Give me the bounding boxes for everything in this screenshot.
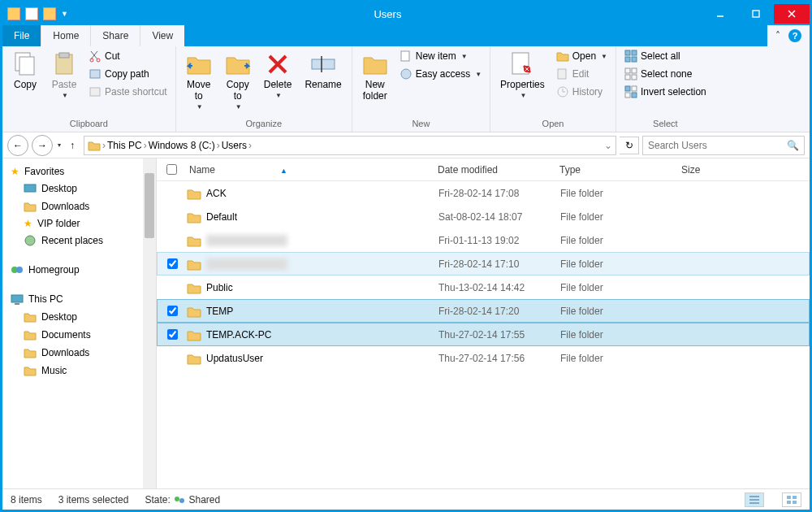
- sidebar-item-desktop[interactable]: Desktop: [2, 180, 156, 197]
- row-name[interactable]: Public: [187, 281, 438, 294]
- breadcrumb[interactable]: › This PC › Windows 8 (C:) › Users › ⌄: [84, 136, 616, 155]
- table-row[interactable]: PublicThu-13-02-14 14:42File folder: [157, 276, 810, 299]
- chevron-right-icon[interactable]: ›: [102, 140, 106, 151]
- svg-rect-18: [401, 51, 409, 61]
- chevron-right-icon[interactable]: ›: [248, 140, 252, 151]
- chevron-right-icon[interactable]: ›: [144, 140, 147, 151]
- select-all-checkbox[interactable]: [157, 164, 186, 175]
- table-row[interactable]: TEMP.ACK-PCThu-27-02-14 17:55File folder: [157, 323, 810, 346]
- table-row[interactable]: ____________Fri-28-02-14 17:10File folde…: [157, 252, 810, 276]
- column-header-name[interactable]: Name▲: [186, 164, 438, 176]
- delete-button[interactable]: Delete▼: [259, 48, 297, 102]
- select-none-button[interactable]: Select none: [621, 66, 710, 82]
- up-button[interactable]: ↑: [64, 137, 80, 154]
- breadcrumb-item[interactable]: Users: [222, 140, 247, 151]
- move-to-button[interactable]: Move to▼: [181, 48, 217, 114]
- select-all-button[interactable]: Select all: [621, 48, 710, 64]
- refresh-button[interactable]: ↻: [620, 137, 639, 154]
- row-name[interactable]: ACK: [187, 187, 438, 200]
- chevron-right-icon[interactable]: ›: [217, 140, 220, 151]
- invert-selection-button[interactable]: Invert selection: [621, 84, 710, 100]
- copy-to-button[interactable]: Copy to▼: [220, 48, 256, 114]
- easy-access-button[interactable]: Easy access▼: [396, 66, 485, 82]
- rename-button[interactable]: Rename: [300, 48, 346, 93]
- maximize-button[interactable]: [738, 4, 774, 24]
- row-type: File folder: [560, 353, 682, 364]
- column-header-type[interactable]: Type: [559, 164, 681, 176]
- file-list[interactable]: ACKFri-28-02-14 17:08File folderDefaultS…: [157, 181, 810, 488]
- statusbar: 8 items 3 items selected State: Shared: [2, 488, 810, 510]
- open-button[interactable]: Open▼: [553, 48, 611, 64]
- row-name[interactable]: TEMP.ACK-PC: [187, 328, 438, 341]
- row-name[interactable]: Default: [187, 210, 438, 223]
- qat-dropdown-icon[interactable]: ▼: [61, 10, 68, 18]
- minimize-button[interactable]: [702, 4, 738, 24]
- column-header-size[interactable]: Size: [681, 164, 738, 176]
- properties-qat-icon[interactable]: [25, 7, 38, 20]
- sidebar-item-recent[interactable]: Recent places: [2, 232, 156, 249]
- sidebar-homegroup[interactable]: Homegroup: [2, 261, 156, 279]
- tab-home[interactable]: Home: [41, 25, 91, 46]
- chevron-down-icon[interactable]: ⌄: [604, 140, 612, 151]
- scrollbar-thumb[interactable]: [145, 173, 154, 238]
- sidebar-item-pc-desktop[interactable]: Desktop: [2, 308, 156, 326]
- paste-button[interactable]: Paste ▼: [46, 48, 82, 102]
- table-row[interactable]: UpdatusUserThu-27-02-14 17:56File folder: [157, 346, 810, 370]
- sidebar-item-pc-documents[interactable]: Documents: [2, 326, 156, 344]
- help-icon[interactable]: ?: [788, 29, 801, 42]
- arrow-left-icon: ←: [13, 140, 23, 151]
- table-row[interactable]: DefaultSat-08-02-14 18:07File folder: [157, 205, 810, 228]
- folder-icon: [187, 328, 201, 341]
- sidebar-scrollbar[interactable]: [143, 158, 156, 488]
- copy-path-button[interactable]: Copy path: [85, 66, 171, 82]
- table-row[interactable]: ACKFri-28-02-14 17:08File folder: [157, 181, 810, 205]
- table-row[interactable]: ________Fri-01-11-13 19:02File folder: [157, 228, 810, 252]
- row-date: Sat-08-02-14 18:07: [438, 211, 560, 223]
- row-name[interactable]: ____________: [187, 258, 438, 271]
- newfolder-qat-icon[interactable]: [43, 7, 56, 20]
- cut-button[interactable]: Cut: [85, 48, 171, 64]
- sidebar-item-pc-downloads[interactable]: Downloads: [2, 344, 156, 362]
- search-box[interactable]: 🔍: [642, 136, 805, 155]
- new-folder-button[interactable]: New folder: [357, 48, 393, 105]
- paste-shortcut-button[interactable]: Paste shortcut: [85, 84, 171, 100]
- folder-icon: [24, 364, 37, 377]
- row-checkbox[interactable]: [158, 306, 187, 316]
- sidebar-thispc[interactable]: This PC: [2, 290, 156, 308]
- collapse-ribbon-icon[interactable]: ˄: [775, 30, 780, 41]
- breadcrumb-item[interactable]: This PC: [107, 140, 142, 151]
- svg-point-19: [401, 69, 411, 79]
- chevron-down-icon: ▼: [197, 103, 203, 111]
- forward-button[interactable]: →: [32, 135, 53, 156]
- column-header-date[interactable]: Date modified: [438, 164, 559, 176]
- tab-file[interactable]: File: [2, 25, 41, 46]
- edit-button[interactable]: Edit: [553, 66, 611, 82]
- close-button[interactable]: [774, 4, 810, 24]
- sidebar-item-vip[interactable]: ★VIP folder: [2, 215, 156, 232]
- sidebar-favorites[interactable]: ★ Favorites: [2, 163, 156, 180]
- row-checkbox[interactable]: [158, 329, 187, 340]
- row-date: Thu-13-02-14 14:42: [438, 282, 560, 293]
- history-button[interactable]: History: [553, 84, 611, 100]
- properties-button[interactable]: Properties▼: [495, 48, 550, 102]
- breadcrumb-item[interactable]: Windows 8 (C:): [149, 140, 215, 151]
- copy-button[interactable]: Copy: [7, 48, 43, 93]
- thumbnails-view-button[interactable]: [782, 492, 801, 507]
- search-input[interactable]: [648, 140, 787, 151]
- paste-shortcut-icon: [89, 85, 102, 98]
- new-item-button[interactable]: New item▼: [396, 48, 485, 64]
- file-name: UpdatusUser: [206, 353, 263, 364]
- tab-share[interactable]: Share: [91, 25, 140, 46]
- details-view-button[interactable]: [745, 492, 764, 507]
- recent-locations-icon[interactable]: ▾: [58, 141, 61, 149]
- table-row[interactable]: TEMPFri-28-02-14 17:20File folder: [157, 299, 810, 323]
- row-checkbox[interactable]: [158, 258, 187, 269]
- row-name[interactable]: ________: [187, 234, 438, 247]
- row-type: File folder: [560, 211, 682, 223]
- row-name[interactable]: UpdatusUser: [187, 352, 438, 365]
- tab-view[interactable]: View: [140, 25, 184, 46]
- sidebar-item-downloads[interactable]: Downloads: [2, 197, 156, 215]
- sidebar-item-pc-music[interactable]: Music: [2, 362, 156, 380]
- back-button[interactable]: ←: [7, 135, 28, 156]
- row-name[interactable]: TEMP: [187, 305, 438, 318]
